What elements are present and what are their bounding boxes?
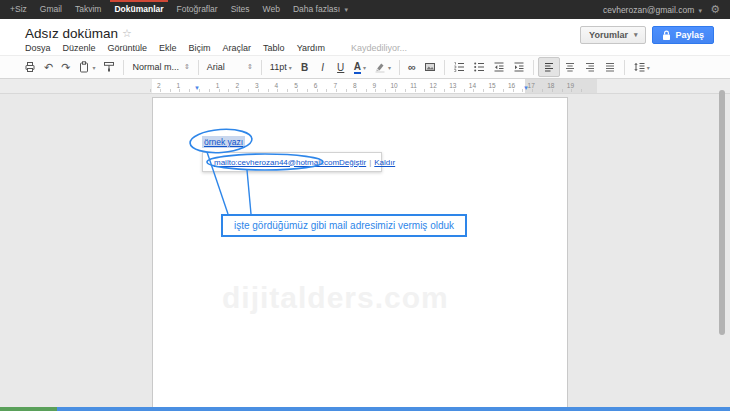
topbar-item-web[interactable]: Web [263, 0, 280, 19]
decrease-indent-button[interactable] [489, 57, 509, 77]
align-left-icon [543, 61, 555, 73]
account-email-menu[interactable]: cevherozan@gmail.com ▾ [603, 5, 702, 15]
comments-button[interactable]: Yorumlar ▾ [580, 26, 646, 44]
ruler: 1212345678910111213141516171819 ▼ ▼ [0, 79, 730, 94]
ruler-number: 13 [449, 82, 456, 89]
share-button[interactable]: Paylaş [652, 26, 714, 44]
toolbar-separator [533, 60, 534, 75]
align-justify-button[interactable] [600, 57, 620, 77]
mailto-link[interactable]: mailto:cevherozan44@hotmail.com [214, 158, 339, 167]
annotation-callout-box: işte gördüğümüz gibi mail adresimizi ver… [221, 214, 467, 237]
active-tab-indicator [110, 0, 167, 2]
menu-tablo[interactable]: Tablo [263, 43, 285, 53]
menu-ekle[interactable]: Ekle [159, 43, 177, 53]
video-progress-bar[interactable] [0, 407, 730, 411]
lock-icon [662, 30, 671, 41]
bold-button[interactable]: B [296, 57, 314, 77]
align-center-button[interactable] [560, 57, 580, 77]
toolbar-separator [399, 60, 400, 75]
insert-link-button[interactable]: ∞ [404, 57, 420, 77]
google-docs-window: +Siz Gmail Takvim Dokümanlar Fotoğraflar… [0, 0, 730, 411]
chevron-down-icon: ▾ [647, 64, 650, 71]
italic-label: I [318, 62, 328, 73]
toolbar-separator [123, 60, 124, 75]
ruler-number: 5 [294, 82, 298, 89]
text-color-icon: A [354, 61, 361, 74]
menu-bar: Dosya Düzenle Görüntüle Ekle Biçim Araçl… [25, 43, 407, 53]
link-bubble: mailto:cevherozan44@hotmail.com Değiştir… [202, 152, 382, 172]
text-color-button[interactable]: A ▾ [350, 57, 370, 77]
font-family-select[interactable]: Arial ⇕ [203, 57, 257, 77]
updown-arrows-icon: ⇕ [247, 63, 253, 71]
align-left-button[interactable] [538, 57, 560, 77]
topbar-item-gmail[interactable]: Gmail [40, 0, 62, 19]
account-email: cevherozan@gmail.com [603, 5, 694, 15]
underline-button[interactable]: U [332, 57, 350, 77]
decrease-indent-icon [493, 61, 505, 73]
ruler-number: 2 [157, 82, 161, 89]
document-area [0, 94, 730, 407]
chevron-down-icon: ▾ [92, 64, 95, 71]
increase-indent-icon [513, 61, 525, 73]
topbar-item-plus-you[interactable]: +Siz [10, 0, 27, 19]
ruler-number: 18 [547, 82, 554, 89]
topbar-item-takvim[interactable]: Takvim [75, 0, 101, 19]
toolbar-separator [624, 60, 625, 75]
insert-image-button[interactable] [420, 57, 440, 77]
font-size-select[interactable]: 11pt ▾ [266, 57, 296, 77]
paragraph-style-select[interactable]: Normal m... ⇕ [128, 57, 193, 77]
right-margin-marker[interactable]: ▼ [523, 85, 529, 91]
ruler-number: 19 [567, 82, 574, 89]
align-justify-icon [604, 61, 616, 73]
menu-araclar[interactable]: Araçlar [223, 43, 252, 53]
toolbar-separator [261, 60, 262, 75]
web-clipboard-button[interactable]: ▾ [74, 57, 99, 77]
menu-yardim[interactable]: Yardım [297, 43, 325, 53]
bold-label: B [300, 62, 310, 73]
menu-dosya[interactable]: Dosya [25, 43, 51, 53]
video-progress-watched[interactable] [0, 407, 57, 411]
left-margin-marker[interactable]: ▼ [194, 85, 200, 91]
highlight-color-icon [374, 61, 386, 73]
gear-icon[interactable]: ⚙ [710, 4, 720, 15]
bullet-list-button[interactable] [469, 57, 489, 77]
save-status: Kaydediliyor... [351, 43, 407, 53]
line-spacing-button[interactable]: ▾ [629, 57, 654, 77]
topbar-item-sites[interactable]: Sites [231, 0, 250, 19]
menu-duzenle[interactable]: Düzenle [63, 43, 96, 53]
chevron-down-icon: ▾ [289, 64, 292, 71]
topbar-account-area: cevherozan@gmail.com ▾ ⚙ [603, 4, 720, 15]
paragraph-style-value: Normal m... [132, 62, 179, 72]
redo-button[interactable]: ↷ [57, 57, 74, 77]
menu-bicim[interactable]: Biçim [189, 43, 211, 53]
topbar-item-more[interactable]: Daha fazlası ▾ [293, 0, 348, 19]
italic-button[interactable]: I [314, 57, 332, 77]
numbered-list-button[interactable] [449, 57, 469, 77]
print-button[interactable] [20, 57, 40, 77]
undo-button[interactable]: ↶ [40, 57, 57, 77]
ruler-number: 3 [255, 82, 259, 89]
align-right-button[interactable] [580, 57, 600, 77]
star-icon[interactable]: ☆ [122, 27, 132, 40]
remove-link[interactable]: Kaldır [374, 158, 395, 167]
document-link-text[interactable]: örnek yazı [202, 136, 245, 148]
paint-format-button[interactable] [99, 57, 119, 77]
topbar-item-fotograflar[interactable]: Fotoğraflar [177, 0, 218, 19]
insert-image-icon [424, 61, 436, 73]
line-spacing-icon [633, 61, 645, 73]
highlight-color-button[interactable]: ▾ [370, 57, 395, 77]
numbered-list-icon [453, 61, 465, 73]
topbar-item-dokumanlar[interactable]: Dokümanlar [114, 0, 163, 19]
menu-goruntule[interactable]: Görüntüle [108, 43, 148, 53]
document-title[interactable]: Adsız doküman [25, 26, 118, 41]
toolbar-separator [444, 60, 445, 75]
google-services-nav: +Siz Gmail Takvim Dokümanlar Fotoğraflar… [10, 0, 348, 19]
vertical-scrollbar-thumb[interactable] [719, 90, 725, 335]
font-size-value: 11pt [270, 62, 287, 72]
change-link[interactable]: Değiştir [339, 158, 366, 167]
ruler-number: 1 [216, 82, 220, 89]
increase-indent-button[interactable] [509, 57, 529, 77]
comments-label: Yorumlar [589, 30, 628, 40]
watermark: dijitalders.com [222, 281, 449, 315]
ruler-number: 9 [373, 82, 377, 89]
